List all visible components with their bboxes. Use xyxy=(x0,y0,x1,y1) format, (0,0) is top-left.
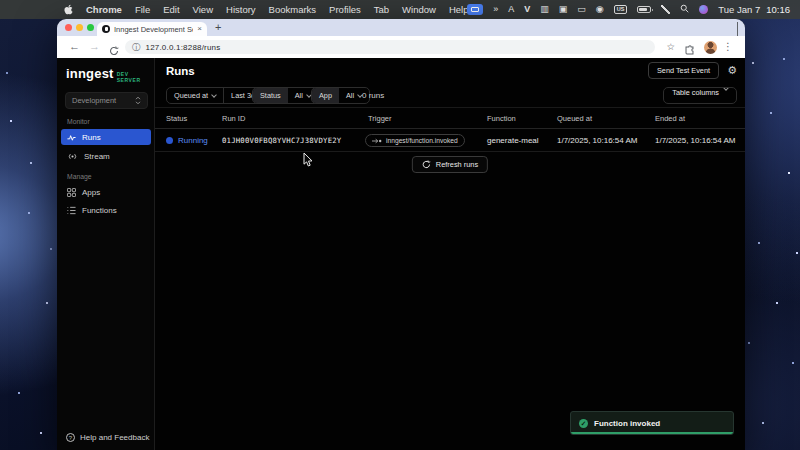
toast-progress-bar xyxy=(571,432,733,434)
profile-avatar[interactable] xyxy=(704,41,717,54)
app-status-icon-chevrons[interactable]: » xyxy=(493,5,498,14)
help-and-feedback[interactable]: ? Help and Feedback xyxy=(66,433,149,442)
sidebar-item-stream[interactable]: Stream xyxy=(61,148,151,164)
reload-icon[interactable] xyxy=(109,42,119,60)
bookmark-star-icon[interactable]: ☆ xyxy=(666,41,675,52)
menubar-clock[interactable]: Tue Jan 7 10:16 xyxy=(718,4,790,15)
clock-time: 10:16 xyxy=(766,4,790,15)
sidebar-item-label: Runs xyxy=(82,133,101,142)
sidebar-item-runs[interactable]: Runs xyxy=(61,129,151,145)
menubar-item-tab[interactable]: Tab xyxy=(374,4,389,15)
zoom-window-button[interactable] xyxy=(87,24,94,31)
sidebar-item-label: Apps xyxy=(82,188,100,197)
col-run-id: Run ID xyxy=(222,108,245,130)
new-tab-button[interactable]: + xyxy=(215,21,221,33)
table-row[interactable]: Running 01JH00V0FBQ8YVHC7J38VDYE2Y innge… xyxy=(155,129,745,152)
status-filter-value: All xyxy=(295,91,303,100)
tab-favicon xyxy=(102,25,110,33)
col-status: Status xyxy=(166,108,187,130)
updown-chevron-icon xyxy=(135,96,141,105)
refresh-runs-button[interactable]: Refresh runs xyxy=(412,156,488,173)
queued-at-value: 1/7/2025, 10:16:54 AM xyxy=(557,129,638,152)
run-status-cell: Running xyxy=(166,129,208,152)
control-center-icon[interactable] xyxy=(699,5,708,14)
keyboard-layout-icon[interactable]: US xyxy=(614,5,628,15)
apps-icon xyxy=(67,188,76,197)
menubar-item-history[interactable]: History xyxy=(226,4,256,15)
time-field-value: Queued at xyxy=(174,91,208,100)
tab-strip: Inngest Development Server × + xyxy=(57,19,745,36)
window-layout-icon[interactable]: ▥ xyxy=(540,5,549,14)
desktop: Chrome File Edit View History Bookmarks … xyxy=(0,0,800,450)
run-id[interactable]: 01JH00V0FBQ8YVHC7J38VDYE2Y xyxy=(222,129,341,152)
battery-icon[interactable] xyxy=(637,6,651,13)
menubar-item-bookmarks[interactable]: Bookmarks xyxy=(269,4,317,15)
menubar-item-edit[interactable]: Edit xyxy=(163,4,179,15)
runs-count: 0 runs xyxy=(362,84,384,107)
page-header: Runs Send Test Event ⚙ xyxy=(155,58,745,84)
inngest-logo: inngest xyxy=(66,67,114,80)
function-name[interactable]: generate-meal xyxy=(487,129,539,152)
apple-menu-icon[interactable] xyxy=(64,4,73,15)
status-filter-group: Status All xyxy=(252,87,319,104)
dev-server-badge: DEV SERVER xyxy=(117,71,154,83)
refresh-icon xyxy=(422,160,431,169)
app-status-icon-a[interactable]: A xyxy=(508,5,514,14)
screen-share-icon[interactable] xyxy=(467,4,483,15)
menubar-item-file[interactable]: File xyxy=(135,4,150,15)
minimize-window-button[interactable] xyxy=(76,24,83,31)
url-text: 127.0.0.1:8288/runs xyxy=(146,43,221,52)
col-queued-at: Queued at xyxy=(557,108,592,130)
manage-section-label: Manage xyxy=(67,173,92,180)
forward-icon[interactable]: → xyxy=(89,41,100,52)
monitor-section-label: Monitor xyxy=(67,118,90,125)
address-bar[interactable]: ⓘ 127.0.0.1:8288/runs xyxy=(125,40,655,54)
tab-close-icon[interactable]: × xyxy=(197,25,202,33)
play-status-icon[interactable]: ◉ xyxy=(596,5,604,14)
macos-menubar: Chrome File Edit View History Bookmarks … xyxy=(0,0,800,19)
spotlight-icon[interactable] xyxy=(680,4,689,15)
menubar-item-help[interactable]: Help xyxy=(449,4,469,15)
clipboard-icon[interactable]: ▣ xyxy=(559,5,568,14)
sidebar-item-functions[interactable]: Functions xyxy=(61,202,151,218)
stream-icon xyxy=(67,152,78,161)
chevron-down-icon xyxy=(211,92,217,98)
extensions-icon[interactable] xyxy=(684,42,695,60)
send-test-event-button[interactable]: Send Test Event xyxy=(648,62,719,79)
browser-menu-icon[interactable]: ⋮ xyxy=(723,41,733,52)
gear-icon[interactable]: ⚙ xyxy=(727,62,737,79)
main-panel: Runs Send Test Event ⚙ Queued at Last 3d xyxy=(155,58,745,450)
mouse-cursor xyxy=(303,152,314,172)
menubar-item-window[interactable]: Window xyxy=(402,4,436,15)
site-info-icon[interactable]: ⓘ xyxy=(132,43,141,52)
status-dot-icon xyxy=(166,137,173,144)
browser-tab[interactable]: Inngest Development Server × xyxy=(97,22,207,36)
chevron-down-icon xyxy=(723,87,729,91)
filter-bar: Queued at Last 3d Status All xyxy=(155,84,745,107)
help-icon: ? xyxy=(66,433,75,442)
menubar-item-profiles[interactable]: Profiles xyxy=(329,4,361,15)
environment-selector[interactable]: Development xyxy=(65,92,148,109)
app-status-icon-v[interactable]: V xyxy=(524,5,530,14)
toast-notification[interactable]: ✓ Function invoked xyxy=(570,411,734,435)
app-filter-label: App xyxy=(312,88,339,103)
trigger-badge[interactable]: inngest/function.invoked xyxy=(365,134,465,147)
browser-window: Inngest Development Server × + ← → ⓘ 127… xyxy=(57,19,745,450)
menubar-item-view[interactable]: View xyxy=(193,4,213,15)
sidebar-item-apps[interactable]: Apps xyxy=(61,184,151,200)
display-icon[interactable]: ▭ xyxy=(577,5,586,14)
runs-icon xyxy=(67,133,76,142)
back-icon[interactable]: ← xyxy=(69,41,80,52)
table-columns-label: Table columns xyxy=(672,88,719,103)
menubar-app-name[interactable]: Chrome xyxy=(86,4,122,15)
status-filter-label: Status xyxy=(253,88,288,103)
table-columns-button[interactable]: Table columns xyxy=(663,87,737,104)
col-ended-at: Ended at xyxy=(655,108,685,130)
time-field-dropdown[interactable]: Queued at xyxy=(167,88,223,103)
success-check-icon: ✓ xyxy=(579,419,588,428)
close-window-button[interactable] xyxy=(65,24,72,31)
event-trigger-icon xyxy=(372,138,382,144)
ended-at-value: 1/7/2025, 10:16:54 AM xyxy=(655,129,736,152)
sidebar: inngest DEV SERVER Development Monitor R… xyxy=(57,58,155,450)
status-toggle-icon[interactable] xyxy=(661,5,670,14)
